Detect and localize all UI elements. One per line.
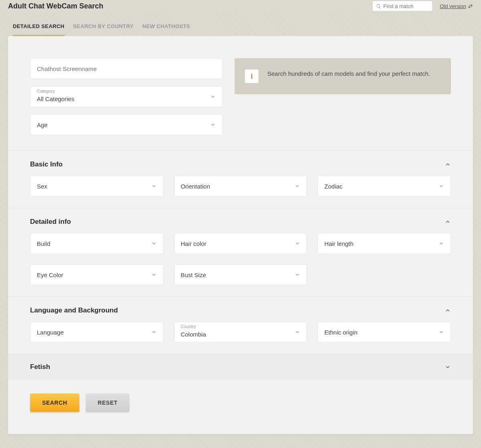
- tab-detailed-search[interactable]: DETAILED SEARCH: [13, 23, 65, 36]
- bust-size-select[interactable]: Bust Size: [174, 264, 307, 285]
- hair-length-select[interactable]: Hair length: [317, 233, 451, 254]
- hair-color-select[interactable]: Hair color: [174, 233, 307, 254]
- chevron-up-icon: [445, 307, 451, 314]
- language-label: Language: [37, 329, 151, 336]
- sex-label: Sex: [37, 183, 151, 190]
- section-header-detailed[interactable]: Detailed info: [30, 218, 451, 226]
- page-title: Adult Chat WebCam Search: [8, 2, 372, 10]
- chevron-down-icon: [151, 241, 157, 246]
- chevron-down-icon: [439, 183, 444, 189]
- info-box: i Search hundreds of cam models and find…: [234, 58, 451, 94]
- tab-search-by-country[interactable]: SEARCH BY COUNTRY: [73, 23, 134, 36]
- tabs: DETAILED SEARCH SEARCH BY COUNTRY NEW CH…: [8, 12, 473, 36]
- chevron-down-icon: [151, 329, 157, 335]
- actions-row: SEARCH RESET: [8, 380, 473, 434]
- chevron-up-icon: [445, 161, 451, 168]
- tab-new-chathosts[interactable]: NEW CHATHOSTS: [142, 23, 190, 36]
- section-header-fetish[interactable]: Fetish: [30, 363, 451, 371]
- country-select[interactable]: Country Colombia: [174, 322, 307, 343]
- zodiac-label: Zodiac: [324, 183, 439, 190]
- age-select[interactable]: Age: [30, 114, 222, 135]
- ethnic-origin-label: Ethnic origin: [324, 329, 439, 336]
- zodiac-select[interactable]: Zodiac: [317, 176, 451, 197]
- info-icon: i: [245, 69, 259, 83]
- category-select[interactable]: Category All Categories: [30, 86, 222, 107]
- build-select[interactable]: Build: [30, 233, 164, 254]
- search-button[interactable]: SEARCH: [30, 393, 79, 412]
- language-select[interactable]: Language: [30, 322, 164, 343]
- chevron-down-icon: [295, 183, 300, 189]
- hair-color-label: Hair color: [181, 240, 295, 247]
- sex-select[interactable]: Sex: [30, 176, 164, 197]
- section-detailed-info: Detailed info Build Hair color Hair leng…: [8, 208, 473, 296]
- orientation-select[interactable]: Orientation: [174, 176, 307, 197]
- find-match-input[interactable]: [383, 3, 429, 9]
- screenname-input[interactable]: [37, 65, 216, 72]
- section-title-detailed: Detailed info: [30, 218, 445, 226]
- bust-size-label: Bust Size: [181, 272, 295, 278]
- swap-icon: [468, 4, 473, 9]
- chevron-down-icon: [295, 329, 300, 335]
- section-header-lang[interactable]: Language and Background: [30, 306, 451, 314]
- screenname-field[interactable]: [30, 58, 222, 79]
- section-title-basic: Basic Info: [30, 160, 445, 168]
- chevron-down-icon: [445, 364, 451, 370]
- hair-length-label: Hair length: [324, 240, 439, 247]
- country-value: Colombia: [181, 327, 295, 338]
- chevron-down-icon: [210, 122, 216, 128]
- top-section: Category All Categories Age i Search hun…: [8, 36, 473, 150]
- section-header-basic[interactable]: Basic Info: [30, 160, 451, 168]
- topbar: Adult Chat WebCam Search Old version: [0, 0, 481, 12]
- section-fetish: Fetish: [8, 354, 473, 380]
- age-label: Age: [37, 122, 210, 128]
- eye-color-label: Eye Color: [37, 272, 151, 278]
- build-label: Build: [37, 240, 151, 247]
- search-card: Category All Categories Age i Search hun…: [8, 36, 473, 434]
- section-title-lang: Language and Background: [30, 306, 445, 314]
- eye-color-select[interactable]: Eye Color: [30, 264, 164, 285]
- section-basic-info: Basic Info Sex Orientation Zodiac: [8, 150, 473, 208]
- chevron-down-icon: [439, 241, 444, 246]
- section-language-background: Language and Background Language Country…: [8, 296, 473, 354]
- old-version-link[interactable]: Old version: [440, 3, 473, 9]
- ethnic-origin-select[interactable]: Ethnic origin: [317, 322, 451, 343]
- reset-button[interactable]: RESET: [86, 393, 130, 412]
- info-text: Search hundreds of cam models and find y…: [267, 69, 430, 79]
- search-icon: [376, 4, 381, 9]
- chevron-down-icon: [151, 183, 157, 189]
- chevron-down-icon: [210, 94, 216, 99]
- category-value: All Categories: [37, 91, 210, 102]
- chevron-down-icon: [295, 241, 300, 246]
- chevron-down-icon: [151, 272, 157, 278]
- country-float-label: Country: [181, 324, 196, 329]
- category-float-label: Category: [37, 89, 55, 93]
- orientation-label: Orientation: [181, 183, 295, 190]
- chevron-up-icon: [445, 219, 451, 225]
- old-version-label: Old version: [440, 3, 466, 9]
- chevron-down-icon: [295, 272, 300, 278]
- find-match-search[interactable]: [372, 1, 432, 11]
- chevron-down-icon: [439, 329, 444, 335]
- section-title-fetish: Fetish: [30, 363, 445, 371]
